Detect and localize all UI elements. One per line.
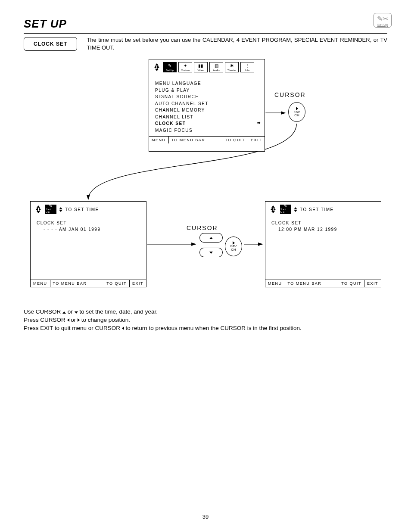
cursor-label-mid: CURSOR [187,224,218,231]
footer-mid: TO MENU BAR [288,281,322,286]
instruction-line-2: Press CURSOR or to change position. [24,316,387,324]
clock-set-screen-initial: ✎Set Up TO SET TIME CLOCK SET - - - - AM… [30,201,146,287]
icon-bar: ✎Set Up ✦Custom ▮▮Video ▥Audio ✱Theater … [149,59,265,74]
clock-set-screen-result: ✎Set Up TO SET TIME CLOCK SET 12:00 PM M… [265,201,381,287]
footer-exit: EXIT [367,281,378,286]
page-title: SET UP [24,17,67,31]
ch-label: CH [294,114,299,117]
menu-item: CHANNEL LIST [155,114,258,121]
tools-icon: ✎✂ [375,15,390,23]
menu-item-selected: CLOCK SET [155,120,258,127]
tab-audio: ▥Audio [209,62,223,72]
footer-menu: MENU [152,138,166,142]
cursor-label-top: CURSOR [274,91,306,98]
screen-footer: MENU TO MENU BAR TO QUIT EXIT [149,136,265,143]
triangle-down-icon [75,311,78,314]
cursor-down-button [199,248,223,257]
set-time-header: ✎Set Up TO SET TIME [31,202,146,216]
nav-pad-icon [153,62,161,72]
triangle-down-icon [59,210,62,212]
clock-set-value-result: 12:00 PM MAR 12 1999 [271,227,375,232]
menu-item: PLUG & PLAY [155,87,258,94]
triangle-up-icon [294,207,297,209]
footer-exit: EXIT [251,138,262,142]
instruction-line-3: Press EXIT to quit menu or CURSOR to ret… [24,324,387,333]
fav-ch-button-top: FAV CH [288,102,305,122]
setup-tab-icon: ✎Set Up [280,205,291,214]
menu-item: CHANNEL MEMORY [155,107,258,114]
menu-list: MENU LANGUAGE PLUG & PLAY SIGNAL SOURCE … [149,74,265,136]
cursor-up-button [199,233,223,243]
nav-pad-icon [34,204,43,215]
tab-setup: ✎Set Up [163,62,177,72]
menu-item: MAGIC FOCUS [155,127,258,134]
tab-info: ⋮Info [240,62,254,72]
setup-tab-icon: ✎Set Up [45,205,56,214]
footer-menu: MENU [33,281,47,286]
set-time-header: ✎Set Up TO SET TIME [265,202,381,216]
triangle-down-icon [294,210,297,212]
intro-text: The time must be set before you can use … [87,36,387,51]
menu-item: SIGNAL SOURCE [155,93,258,100]
clock-set-title: CLOCK SET [37,221,140,225]
footer-mid: TO MENU BAR [171,138,206,142]
tab-theater: ✱Theater [225,62,239,72]
triangle-up-icon [62,311,66,314]
footer-quit: TO QUIT [341,281,361,286]
footer-quit: TO QUIT [225,138,245,142]
triangle-down-icon [209,252,213,254]
header-rule [24,33,387,34]
menu-item: MENU LANGUAGE [155,80,258,87]
instruction-line-1: Use CURSOR or to set the time, date, and… [24,308,387,316]
footer-menu: MENU [268,281,282,286]
clock-set-title: CLOCK SET [271,221,375,225]
menu-screen-top: ✎Set Up ✦Custom ▮▮Video ▥Audio ✱Theater … [149,59,265,152]
menu-item: AUTO CHANNEL SET [155,100,258,107]
to-set-time-label: TO SET TIME [300,207,334,212]
to-set-time-label: TO SET TIME [65,207,99,212]
ch-label: CH [231,248,236,252]
fav-ch-button-mid: FAV CH [225,236,242,256]
footer-quit: TO QUIT [106,281,127,286]
clock-set-value-initial: - - - - AM JAN 01 1999 [37,227,140,232]
footer-mid: TO MENU BAR [53,281,87,286]
footer-exit: EXIT [132,281,143,286]
screen-footer: MENU TO MENU BAR TO QUIT EXIT [265,280,381,287]
page-number: 39 [0,513,411,520]
setup-corner-icon: ✎✂ Set Up [374,13,392,28]
instructions-block: Use CURSOR or to set the time, date, and… [24,308,387,333]
section-button-clock-set: CLOCK SET [24,37,77,51]
triangle-up-icon [59,207,62,209]
diagram-area: ✎Set Up ✦Custom ▮▮Video ▥Audio ✱Theater … [24,59,387,300]
screen-footer: MENU TO MENU BAR TO QUIT EXIT [31,280,146,287]
tab-custom: ✦Custom [178,62,192,72]
triangle-up-icon [209,237,213,239]
setup-corner-label: Set Up [375,23,390,27]
nav-pad-icon [269,204,277,215]
tab-video: ▮▮Video [194,62,208,72]
